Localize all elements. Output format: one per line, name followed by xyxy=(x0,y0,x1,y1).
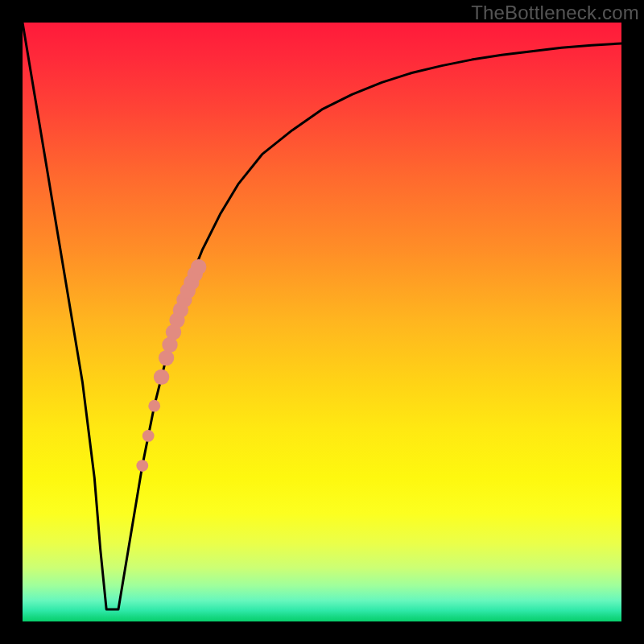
highlight-marker xyxy=(191,259,206,275)
highlight-marker xyxy=(148,400,160,412)
chart-frame: TheBottleneck.com xyxy=(0,0,644,644)
curve-layer xyxy=(23,23,621,621)
highlight-marker xyxy=(159,350,174,365)
plot-area xyxy=(23,23,621,621)
watermark-text: TheBottleneck.com xyxy=(471,2,639,24)
highlight-marker xyxy=(136,460,148,472)
highlight-marker xyxy=(154,369,169,385)
highlight-markers xyxy=(136,259,206,472)
highlight-marker xyxy=(142,430,155,442)
bottleneck-curve xyxy=(23,23,621,609)
